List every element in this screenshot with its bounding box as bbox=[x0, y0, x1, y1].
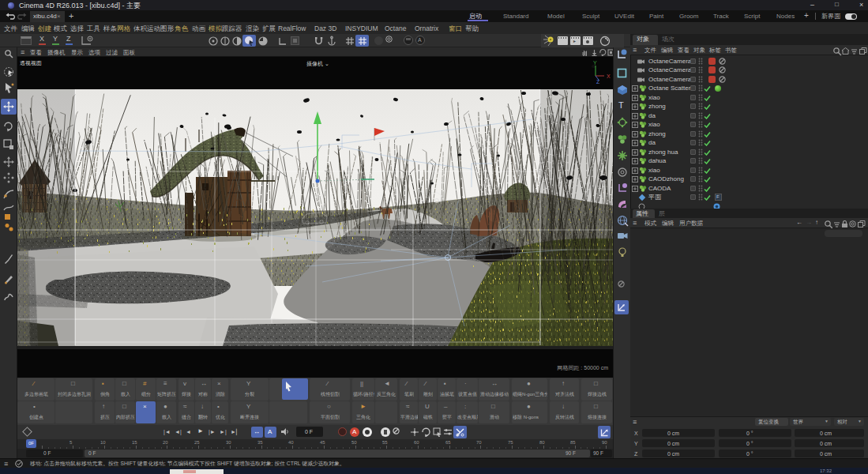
svg-text:网格间距 : 50000 cm: 网格间距 : 50000 cm bbox=[557, 365, 608, 371]
svg-text:Z: Z bbox=[596, 79, 600, 85]
svg-text:X: X bbox=[607, 73, 611, 79]
svg-text:Y: Y bbox=[593, 60, 597, 66]
